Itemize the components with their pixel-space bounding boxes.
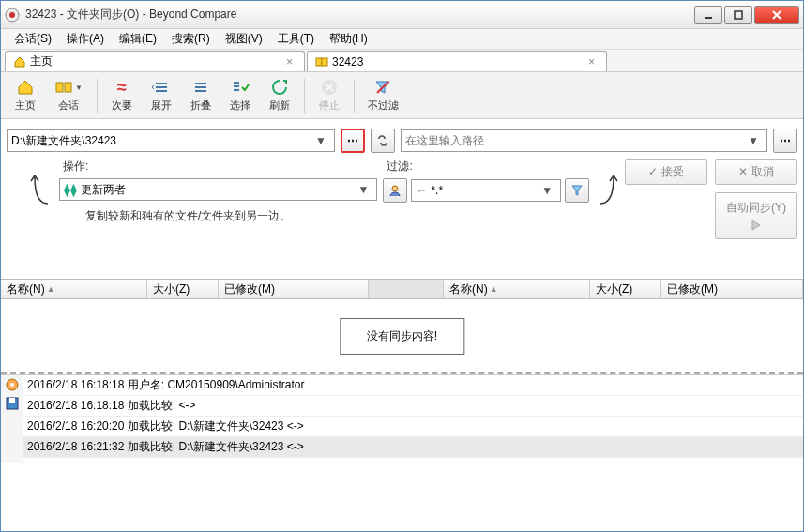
save-icon[interactable]	[5, 396, 20, 411]
accept-button[interactable]: ✓接受	[625, 159, 707, 185]
filter-select[interactable]: ← *.* ▼	[411, 179, 561, 202]
header-right-name[interactable]: 名称(N)▲	[444, 280, 590, 298]
maximize-button[interactable]	[724, 6, 752, 24]
svg-rect-7	[322, 58, 327, 66]
tab-home[interactable]: 主页 ×	[5, 51, 305, 71]
expand-icon	[152, 78, 171, 97]
arrow-left-icon: ←	[416, 184, 431, 197]
refresh-icon	[270, 78, 289, 97]
folder-sync-icon	[54, 78, 73, 97]
tab-current[interactable]: 32423 ×	[307, 51, 607, 71]
right-path-input[interactable]	[405, 134, 744, 147]
left-path-box[interactable]: ▼	[7, 129, 335, 152]
options-row: 操作: ⧫⧫ 更新两者 ▼ 复制较新和独有的文件/文件夹到另一边。 过滤: ← …	[1, 157, 803, 241]
operation-select[interactable]: ⧫⧫ 更新两者 ▼	[59, 178, 377, 201]
toolbar-collapse[interactable]: 折叠	[182, 75, 220, 116]
tab-current-label: 32423	[332, 55, 363, 68]
toolbar-home[interactable]: 主页	[7, 75, 44, 116]
svg-point-14	[392, 186, 398, 191]
menubar: 会话(S) 操作(A) 编辑(E) 搜索(R) 视图(V) 工具(T) 帮助(H…	[1, 29, 803, 50]
menu-view[interactable]: 视图(V)	[218, 29, 270, 49]
header-right-size[interactable]: 大小(Z)	[590, 280, 661, 298]
app-icon	[5, 8, 20, 23]
filter-apply-button[interactable]	[565, 178, 589, 203]
right-browse-button[interactable]: ⋯	[773, 129, 797, 153]
tab-home-label: 主页	[30, 53, 53, 69]
toolbar-secondary[interactable]: ≈ 次要	[103, 75, 141, 116]
toolbar-refresh[interactable]: 刷新	[261, 75, 298, 116]
home-icon	[16, 78, 35, 97]
swap-button[interactable]	[371, 129, 395, 153]
toolbar-expand[interactable]: 展开	[143, 75, 180, 116]
log-line[interactable]: 2016/2/18 16:20:20 加载比较: D:\新建文件夹\32423 …	[23, 417, 803, 437]
svg-point-1	[9, 12, 15, 18]
header-left-modified[interactable]: 已修改(M)	[219, 280, 369, 298]
right-path-box[interactable]: ▼	[401, 129, 767, 152]
not-equal-icon: ≈	[113, 78, 131, 97]
menu-action[interactable]: 操作(A)	[59, 29, 112, 49]
home-icon	[13, 55, 26, 68]
menu-search[interactable]: 搜索(R)	[164, 29, 218, 49]
operation-label: 操作:	[59, 159, 377, 175]
person-icon	[388, 184, 402, 197]
file-list: 没有同步内容!	[1, 299, 803, 374]
funnel-icon	[373, 78, 392, 97]
select-icon	[231, 78, 250, 97]
right-path-dropdown[interactable]: ▼	[744, 134, 763, 147]
header-left-name[interactable]: 名称(N)▲	[1, 280, 147, 298]
log-line[interactable]: 2016/2/18 16:18:18 用户名: CM20150909\Admin…	[23, 375, 803, 396]
menu-tools[interactable]: 工具(T)	[270, 29, 322, 49]
play-icon	[747, 218, 766, 233]
operation-dropdown[interactable]: ▼	[355, 183, 373, 196]
left-arrow-icon	[29, 159, 53, 205]
log-line[interactable]: 2016/2/18 16:21:32 加载比较: D:\新建文件夹\32423 …	[23, 437, 803, 458]
toolbar-session[interactable]: ▼ 会话	[46, 75, 91, 116]
x-icon: ✕	[738, 165, 748, 178]
titlebar: 32423 - 文件夹同步(O) - Beyond Compare	[1, 1, 803, 29]
collapse-icon	[191, 78, 210, 97]
close-button[interactable]	[754, 6, 799, 24]
window-title: 32423 - 文件夹同步(O) - Beyond Compare	[25, 7, 692, 23]
svg-rect-18	[9, 398, 15, 403]
cancel-button[interactable]: ✕取消	[715, 159, 797, 185]
tab-home-close[interactable]: ×	[282, 55, 296, 68]
minimize-button[interactable]	[694, 6, 722, 24]
filter-label: 过滤:	[383, 159, 589, 175]
column-headers: 名称(N)▲ 大小(Z) 已修改(M) 名称(N)▲ 大小(Z) 已修改(M)	[1, 279, 803, 299]
swap-icon	[376, 134, 389, 147]
no-sync-message: 没有同步内容!	[340, 318, 464, 355]
log-panel: 2016/2/18 16:18:18 用户名: CM20150909\Admin…	[1, 374, 803, 463]
header-left-size[interactable]: 大小(Z)	[147, 280, 219, 298]
svg-point-16	[10, 383, 14, 387]
menu-session[interactable]: 会话(S)	[7, 29, 59, 49]
stop-icon	[320, 78, 339, 97]
autosync-button[interactable]: 自动同步(Y)	[715, 192, 797, 239]
menu-edit[interactable]: 编辑(E)	[112, 29, 164, 49]
log-line[interactable]: 2016/2/18 16:18:18 加载比较: <->	[23, 396, 803, 417]
tab-current-close[interactable]: ×	[584, 55, 599, 68]
log-lines: 2016/2/18 16:18:18 用户名: CM20150909\Admin…	[23, 375, 803, 463]
svg-rect-6	[316, 58, 322, 66]
toolbar-select[interactable]: 选择	[221, 75, 259, 116]
svg-rect-3	[735, 11, 742, 19]
svg-rect-8	[56, 83, 63, 92]
menu-help[interactable]: 帮助(H)	[322, 29, 375, 49]
paths-row: ▼ ⋯ ▼ ⋯	[1, 119, 803, 157]
operation-hint: 复制较新和独有的文件/文件夹到另一边。	[59, 205, 377, 224]
toolbar-stop: 停止	[311, 75, 348, 116]
filter-dropdown[interactable]: ▼	[538, 184, 556, 197]
check-icon: ✓	[648, 165, 658, 178]
diamond-icon: ⧫⧫	[64, 182, 77, 197]
header-right-modified[interactable]: 已修改(M)	[661, 280, 803, 298]
gear-icon[interactable]	[5, 377, 20, 392]
presets-button[interactable]	[383, 178, 407, 203]
toolbar-nofilter[interactable]: 不过滤	[360, 75, 405, 116]
svg-rect-9	[65, 83, 71, 92]
left-path-dropdown[interactable]: ▼	[311, 134, 330, 147]
filter-value: *.*	[431, 184, 538, 197]
left-path-input[interactable]	[11, 134, 311, 147]
right-arrow-icon	[595, 159, 619, 205]
tabbar: 主页 × 32423 ×	[1, 50, 803, 72]
left-browse-button[interactable]: ⋯	[341, 129, 365, 153]
header-middle	[369, 280, 444, 298]
